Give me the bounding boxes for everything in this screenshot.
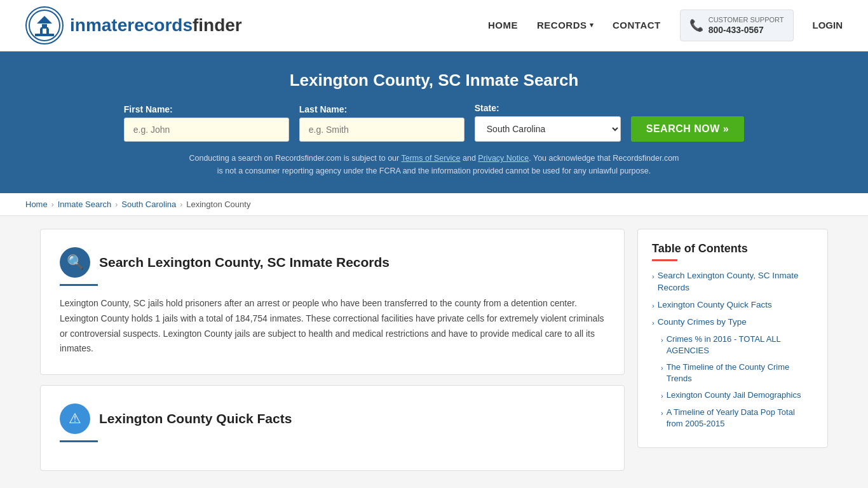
toc-chevron-2: ›	[652, 301, 654, 311]
warning-icon-circle: ⚠	[60, 403, 90, 434]
first-name-label: First Name:	[124, 104, 173, 114]
toc-item-2: › Lexington County Quick Facts	[652, 299, 813, 311]
support-phone: 800-433-0567	[709, 24, 784, 36]
toc-sidebar: Table of Contents › Search Lexington Cou…	[637, 229, 828, 481]
support-label: CUSTOMER SUPPORT	[709, 15, 784, 24]
hero-title: Lexington County, SC Inmate Search	[25, 71, 843, 90]
search-form: First Name: Last Name: State: South Caro…	[25, 103, 843, 142]
toc-chevron-4: ›	[661, 336, 663, 345]
toc-item-7: › A Timeline of Yearly Data Pop Total fr…	[652, 407, 813, 430]
toc-chevron-1: ›	[652, 272, 654, 281]
nav-login[interactable]: LOGIN	[813, 20, 843, 30]
first-name-input[interactable]	[124, 118, 289, 142]
breadcrumb-home[interactable]: Home	[25, 200, 48, 209]
toc-item-4: › Crimes % in 2016 - TOTAL ALL AGENCIES	[652, 334, 813, 356]
last-name-input[interactable]	[299, 118, 465, 142]
toc-chevron-7: ›	[661, 409, 663, 418]
terms-link[interactable]: Terms of Service	[401, 154, 460, 163]
last-name-group: Last Name:	[299, 104, 465, 142]
nav-contact[interactable]: CONTACT	[613, 20, 661, 30]
site-header: inmaterecordsfinder HOME RECORDS ▾ CONTA…	[0, 0, 868, 51]
breadcrumb-sep-1: ›	[51, 200, 54, 209]
logo-text: inmaterecordsfinder	[70, 15, 242, 36]
toc-link-6[interactable]: › Lexington County Jail Demographics	[661, 390, 813, 401]
svg-rect-5	[43, 29, 46, 34]
toc-link-4[interactable]: › Crimes % in 2016 - TOTAL ALL AGENCIES	[661, 334, 813, 356]
toc-list: › Search Lexington County, SC Inmate Rec…	[652, 270, 813, 430]
toc-link-2[interactable]: › Lexington County Quick Facts	[652, 299, 813, 311]
content-left: 🔍 Search Lexington County, SC Inmate Rec…	[40, 229, 625, 481]
logo-icon	[25, 6, 64, 44]
breadcrumb-current: Lexington County	[186, 200, 250, 209]
logo-area: inmaterecordsfinder	[25, 6, 242, 44]
hero-disclaimer: Conducting a search on Recordsfinder.com…	[186, 152, 682, 177]
svg-rect-2	[42, 24, 47, 29]
customer-support-button[interactable]: 📞 CUSTOMER SUPPORT 800-433-0567	[680, 10, 794, 41]
toc-chevron-3: ›	[652, 318, 654, 328]
quick-facts-header: ⚠ Lexington County Quick Facts	[60, 403, 605, 434]
breadcrumb-sep-3: ›	[180, 200, 182, 209]
breadcrumb: Home › Inmate Search › South Carolina › …	[0, 193, 868, 216]
toc-item-5: › The Timeline of the County Crime Trend…	[652, 362, 813, 384]
svg-rect-4	[35, 34, 54, 36]
nav-records[interactable]: RECORDS ▾	[537, 20, 593, 30]
toc-chevron-6: ›	[661, 391, 663, 401]
toc-link-3[interactable]: › County Crimes by Type	[652, 316, 813, 329]
toc-item-6: › Lexington County Jail Demographics	[652, 390, 813, 401]
toc-link-1[interactable]: › Search Lexington County, SC Inmate Rec…	[652, 270, 813, 294]
svg-rect-7	[48, 26, 51, 29]
inmate-records-title: Search Lexington County, SC Inmate Recor…	[99, 255, 390, 270]
quick-facts-card: ⚠ Lexington County Quick Facts	[40, 385, 625, 471]
chevron-down-icon: ▾	[590, 21, 594, 29]
toc-divider	[652, 259, 677, 261]
section-divider-2	[60, 440, 98, 442]
state-select[interactable]: South Carolina Alabama Alaska Arizona Ar…	[475, 116, 621, 142]
toc-link-7[interactable]: › A Timeline of Yearly Data Pop Total fr…	[661, 407, 813, 430]
search-now-button[interactable]: SEARCH NOW »	[631, 116, 744, 142]
state-label: State:	[475, 103, 499, 113]
breadcrumb-inmate-search[interactable]: Inmate Search	[58, 200, 112, 209]
search-icon-circle: 🔍	[60, 247, 90, 278]
toc-card: Table of Contents › Search Lexington Cou…	[637, 229, 828, 448]
nav-home[interactable]: HOME	[488, 20, 518, 30]
privacy-link[interactable]: Privacy Notice	[478, 154, 529, 163]
section-divider-1	[60, 284, 98, 286]
breadcrumb-sep-2: ›	[115, 200, 118, 209]
inmate-records-header: 🔍 Search Lexington County, SC Inmate Rec…	[60, 247, 605, 278]
toc-link-5[interactable]: › The Timeline of the County Crime Trend…	[661, 362, 813, 384]
last-name-label: Last Name:	[299, 104, 347, 114]
inmate-records-body: Lexington County, SC jails hold prisoner…	[60, 296, 605, 356]
hero-section: Lexington County, SC Inmate Search First…	[0, 51, 868, 193]
breadcrumb-south-carolina[interactable]: South Carolina	[121, 200, 176, 209]
toc-chevron-5: ›	[661, 363, 663, 373]
svg-rect-6	[38, 26, 41, 29]
state-group: State: South Carolina Alabama Alaska Ari…	[475, 103, 621, 142]
toc-title: Table of Contents	[652, 242, 813, 255]
main-nav: HOME RECORDS ▾ CONTACT 📞 CUSTOMER SUPPOR…	[488, 10, 843, 41]
inmate-records-card: 🔍 Search Lexington County, SC Inmate Rec…	[40, 229, 625, 375]
first-name-group: First Name:	[124, 104, 289, 142]
phone-icon: 📞	[689, 18, 703, 32]
toc-item-1: › Search Lexington County, SC Inmate Rec…	[652, 270, 813, 294]
toc-item-3: › County Crimes by Type	[652, 316, 813, 329]
svg-marker-3	[37, 16, 52, 24]
main-content: 🔍 Search Lexington County, SC Inmate Rec…	[27, 229, 841, 481]
quick-facts-title: Lexington County Quick Facts	[99, 411, 292, 426]
